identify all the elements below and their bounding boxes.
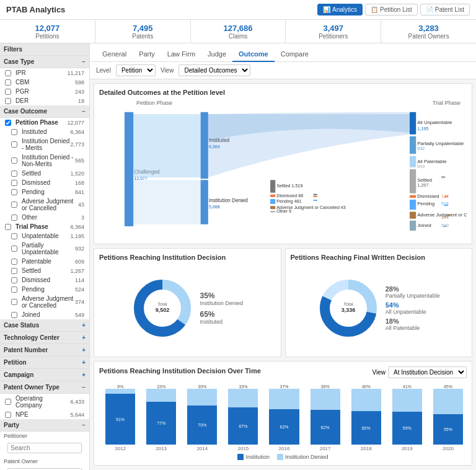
donut-right-pct-partial: 28% Partially Unpatentable (386, 285, 440, 299)
bar-year: 2019 (402, 446, 413, 451)
patent-number-label: Patent Number (4, 347, 48, 353)
controls-row: Level Petition View Detailed Outcomes (90, 62, 476, 79)
der-checkbox[interactable] (5, 98, 11, 104)
svg-text:Pending: Pending (417, 201, 434, 206)
tech-center-header[interactable]: Technology Center + (0, 332, 89, 344)
npe-checkbox[interactable] (5, 412, 11, 418)
trial-phase-checkbox[interactable] (5, 224, 11, 230)
view-select[interactable]: Detailed Outcomes (178, 64, 250, 76)
petition-list-button[interactable]: 📋 Petition List (365, 4, 418, 16)
bar-top-seg (228, 389, 258, 407)
tab-compare[interactable]: Compare (275, 47, 315, 62)
operating-company-checkbox[interactable] (5, 399, 11, 405)
level-label: Level (96, 67, 111, 74)
outcome-instituted: Instituted 6,364 (0, 127, 89, 136)
pending-tp-checkbox[interactable] (11, 286, 17, 293)
bar-view-label: View (372, 369, 386, 376)
petitioner-search[interactable] (7, 443, 82, 453)
partially-unpatentable-checkbox[interactable] (11, 246, 17, 252)
tab-outcome[interactable]: Outcome (232, 47, 275, 62)
other-pp-checkbox[interactable] (11, 215, 17, 221)
filters-label: Filters (4, 46, 22, 53)
svg-rect-11 (314, 194, 317, 195)
instituted-checkbox[interactable] (11, 129, 17, 135)
bar-bot-seg: 60% (351, 411, 381, 445)
stat-patents[interactable]: 7,495 Patents (95, 20, 191, 43)
svg-text:Dismissed 88: Dismissed 88 (276, 193, 303, 198)
content-area: General Party Law Firm Judge Outcome Com… (90, 43, 476, 470)
outcome-petition-phase: Petition Phase 12,077 (0, 118, 89, 127)
patent-list-button[interactable]: 📄 Patent List (420, 4, 470, 16)
analytics-button[interactable]: 📊 Analytics (317, 4, 363, 16)
svg-text:Pending 481: Pending 481 (276, 199, 301, 204)
petition-header[interactable]: Petition + (0, 357, 89, 369)
settled-tp-checkbox[interactable] (11, 268, 17, 274)
svg-rect-50 (443, 226, 446, 227)
filters-header[interactable]: Filters (0, 43, 89, 56)
owner-type-npe: NPE 5,644 (0, 410, 89, 419)
pending-pp-checkbox[interactable] (11, 189, 17, 195)
tab-general[interactable]: General (96, 47, 133, 62)
tech-center-label: Technology Center (4, 334, 60, 341)
bar-group: 37% 62% 2016 (265, 384, 302, 451)
svg-rect-42 (444, 205, 447, 206)
petition-label: Petition (4, 359, 27, 366)
bar-bot-seg: 77% (146, 402, 176, 445)
patent-owner-type-header[interactable]: Patent Owner Type − (0, 381, 89, 394)
header: PTAB Analytics 📊 Analytics 📋 Petition Li… (0, 0, 476, 20)
campaign-header[interactable]: Campaign + (0, 369, 89, 381)
tab-judge[interactable]: Judge (201, 47, 232, 62)
case-type-header[interactable]: Case Type − (0, 56, 89, 68)
adj-tp-checkbox[interactable] (11, 299, 17, 305)
patent-owners-number: 3,283 (418, 24, 439, 33)
case-status-header[interactable]: Case Status + (0, 319, 89, 332)
dismissed-tp-checkbox[interactable] (11, 277, 17, 283)
case-type-ipr: IPR 11,217 (0, 68, 89, 78)
party-header[interactable]: Party − (0, 419, 89, 432)
svg-rect-28 (410, 156, 416, 167)
bar-top-pct: 38% (321, 384, 330, 389)
patent-number-header[interactable]: Patent Number + (0, 344, 89, 357)
bar-top-seg (105, 389, 135, 394)
settled-pp-checkbox[interactable] (11, 171, 17, 177)
pgr-checkbox[interactable] (5, 89, 11, 95)
patentable-checkbox[interactable] (11, 259, 17, 265)
bar-year: 2018 (361, 446, 372, 451)
unpatentable-checkbox[interactable] (11, 233, 17, 239)
tab-law-firm[interactable]: Law Firm (161, 47, 201, 62)
svg-rect-34 (441, 176, 445, 178)
dismissed-pp-checkbox[interactable] (11, 180, 17, 186)
joined-checkbox[interactable] (11, 312, 17, 318)
inst-denied-nonmerits-checkbox[interactable] (11, 157, 17, 164)
bar-top-pct: 30% (198, 384, 206, 389)
list-icon: 📋 (371, 6, 378, 13)
campaign-label: Campaign (4, 371, 33, 378)
bar-view-select[interactable]: At Institution Decision (388, 366, 467, 378)
level-select[interactable]: Petition (116, 64, 156, 76)
bar-top-seg (311, 389, 340, 410)
bar-bot-pct: 62% (321, 425, 330, 430)
stat-claims[interactable]: 127,686 Claims (191, 20, 286, 43)
stat-patent-owners[interactable]: 3,283 Patent Owners (381, 20, 476, 43)
svg-text:Total: Total (343, 302, 353, 306)
ipr-checkbox[interactable] (5, 70, 11, 76)
inst-denied-merits-checkbox[interactable] (11, 141, 17, 148)
petition-phase-label: Petition Phase (136, 100, 172, 106)
analytics-icon: 📊 (323, 6, 330, 13)
bar-top-seg (351, 389, 381, 411)
tab-party[interactable]: Party (133, 47, 161, 62)
outcome-other-pp: Other 3 (0, 213, 89, 222)
legend-institution-label: Institution (245, 454, 270, 460)
stat-petitions[interactable]: 12,077 Petitions (0, 20, 95, 43)
bar-chart-section: Petitions Reaching Institution Decision … (94, 361, 472, 466)
petition-phase-checkbox[interactable] (5, 120, 11, 126)
case-type-pgr: PGR 243 (0, 87, 89, 96)
cbm-checkbox[interactable] (5, 79, 11, 86)
bar-bot-seg: 70% (187, 406, 217, 445)
case-outcome-header[interactable]: Case Outcome − (0, 105, 89, 118)
adj-pp-checkbox[interactable] (11, 202, 17, 208)
tabs-bar: General Party Law Firm Judge Outcome Com… (90, 43, 476, 62)
stat-petitioners[interactable]: 3,497 Petitioners (286, 20, 381, 43)
bar-group: 45% 55% 2020 (430, 384, 467, 451)
sankey-diagram: Challenged 12,077 Instituted 6,364 Insti… (99, 107, 467, 237)
